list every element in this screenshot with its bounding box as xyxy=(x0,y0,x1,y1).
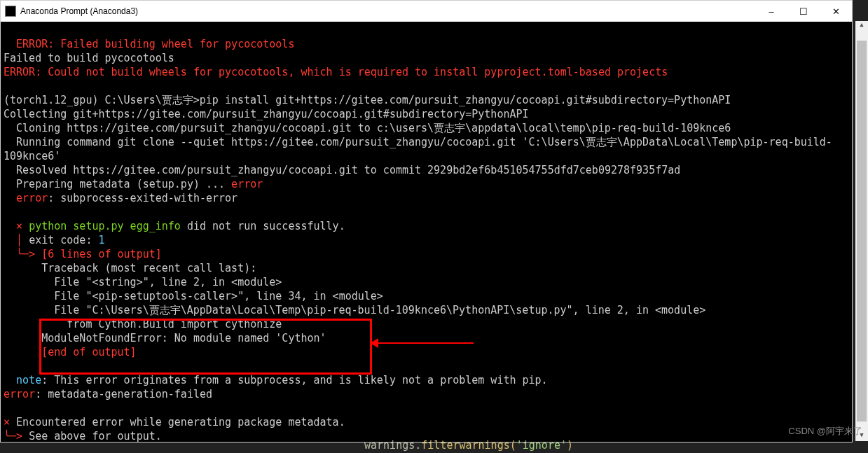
output-line: : This error originates from a subproces… xyxy=(41,374,547,386)
traceback-line: File "<pip-setuptools-caller>", line 34,… xyxy=(4,290,383,302)
error-label: error xyxy=(4,192,48,204)
maximize-button[interactable]: ☐ xyxy=(787,1,820,22)
background-code-snippet: warnings.filterwarnings('ignore') xyxy=(364,439,573,452)
traceback-line: File "C:\Users\贾志宇\AppData\Local\Temp\pi… xyxy=(4,304,705,316)
titlebar[interactable]: Anaconda Prompt (Anaconda3) – ☐ ✕ xyxy=(1,1,852,22)
terminal-output[interactable]: ERROR: Failed building wheel for pycocot… xyxy=(1,22,852,442)
scroll-up-icon[interactable]: ▲ xyxy=(855,21,868,31)
annotation-arrow-icon xyxy=(376,342,474,344)
output-line: See above for output. xyxy=(29,430,162,442)
note-label: note xyxy=(4,374,41,386)
traceback-line: from Cython.Build import cythonize xyxy=(4,318,282,330)
output-line: Running command git clone --quiet https:… xyxy=(4,136,832,162)
prompt-command: pip install git+https://gitee.com/pursui… xyxy=(200,94,731,106)
cross-icon: × xyxy=(4,220,29,232)
error-line: ERROR: Failed building wheel for pycocot… xyxy=(4,38,294,50)
output-line: Resolved https://gitee.com/pursuit_zhang… xyxy=(4,164,680,176)
output-line: did not run successfully. xyxy=(181,220,345,232)
command-text: python setup.py egg_info xyxy=(29,220,181,232)
module-error-line: ModuleNotFoundError: No module named 'Cy… xyxy=(4,332,326,344)
cross-icon: × xyxy=(4,416,16,428)
output-count: [6 lines of output] xyxy=(41,248,162,260)
exit-code: 1 xyxy=(98,234,104,246)
minimize-button[interactable]: – xyxy=(755,1,787,22)
close-button[interactable]: ✕ xyxy=(820,1,852,22)
output-line: Collecting git+https://gitee.com/pursuit… xyxy=(4,108,529,120)
app-icon xyxy=(5,6,16,17)
tree-line: ╰─> xyxy=(4,430,29,442)
output-line: Preparing metadata (setup.py) ... xyxy=(4,178,231,190)
watermark-text: CSDN @阿宇来了 xyxy=(788,425,862,438)
traceback-line: Traceback (most recent call last): xyxy=(4,262,256,274)
prompt-env: (torch1.12_gpu) xyxy=(4,94,105,106)
window-title: Anaconda Prompt (Anaconda3) xyxy=(20,6,755,16)
end-output: [end of output] xyxy=(4,346,137,358)
output-line: Encountered error while generating packa… xyxy=(16,416,345,428)
output-line: : metadata-generation-failed xyxy=(35,388,212,400)
error-word: error xyxy=(231,178,263,190)
output-line: exit code: xyxy=(29,234,98,246)
output-line: : subprocess-exited-with-error xyxy=(48,192,237,204)
terminal-window: Anaconda Prompt (Anaconda3) – ☐ ✕ ERROR:… xyxy=(0,0,853,442)
error-label: error xyxy=(4,388,35,400)
output-line: Cloning https://gitee.com/pursuit_zhangy… xyxy=(4,122,731,134)
traceback-line: File "<string>", line 2, in <module> xyxy=(4,276,282,288)
output-line: Failed to build pycocotools xyxy=(4,52,174,64)
tree-line: │ xyxy=(4,234,29,246)
prompt-path: C:\Users\贾志宇> xyxy=(105,94,200,106)
error-line: ERROR: Could not build wheels for pycoco… xyxy=(4,66,668,78)
tree-line: ╰─> xyxy=(4,248,41,260)
vertical-scrollbar[interactable]: ▲ ▼ xyxy=(855,21,868,441)
scroll-thumb[interactable] xyxy=(857,41,867,421)
